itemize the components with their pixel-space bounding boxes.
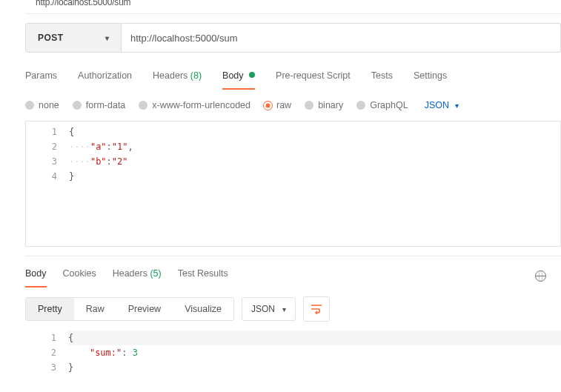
- tab-settings[interactable]: Settings: [414, 66, 447, 90]
- request-tab-bar: Params Authorization Headers (8) Body Pr…: [25, 66, 561, 90]
- radio-icon: [139, 101, 147, 110]
- tab-headers[interactable]: Headers (8): [153, 66, 202, 90]
- view-visualize[interactable]: Visualize: [173, 298, 233, 320]
- response-tab-cookies[interactable]: Cookies: [63, 264, 96, 288]
- body-type-raw[interactable]: raw: [264, 100, 291, 110]
- top-url-fragment: http.//localhost.5000/sum: [25, 0, 561, 7]
- wrap-lines-icon: [311, 304, 322, 314]
- tab-authorization[interactable]: Authorization: [78, 66, 132, 90]
- body-type-binary[interactable]: binary: [305, 100, 343, 110]
- response-tab-headers-label: Headers: [113, 268, 147, 279]
- request-body-editor[interactable]: 1234 { ····"a":"1", ····"b":"2" }: [25, 121, 561, 247]
- radio-icon: [356, 101, 365, 110]
- tab-body-label: Body: [222, 70, 244, 81]
- wrap-lines-button[interactable]: [303, 296, 330, 322]
- chevron-down-icon: ▾: [282, 305, 286, 313]
- http-method-dropdown[interactable]: POST ▾: [25, 23, 122, 53]
- radio-checked-icon: [264, 102, 272, 110]
- tab-headers-count: (8): [190, 70, 202, 81]
- response-format-dropdown[interactable]: JSON ▾: [242, 297, 296, 321]
- body-type-urlencoded[interactable]: x-www-form-urlencoded: [139, 100, 250, 110]
- divider: [25, 13, 561, 14]
- response-tab-headers[interactable]: Headers (5): [113, 264, 162, 288]
- radio-icon: [25, 101, 34, 110]
- line-number-gutter: 1234: [26, 122, 69, 187]
- tab-body[interactable]: Body: [222, 66, 255, 90]
- tab-prerequest-script[interactable]: Pre-request Script: [276, 66, 351, 90]
- network-info-icon[interactable]: [535, 270, 546, 282]
- chevron-down-icon: ▾: [455, 102, 459, 110]
- tab-params[interactable]: Params: [25, 66, 57, 90]
- raw-format-dropdown[interactable]: JSON ▾: [425, 100, 459, 110]
- body-type-none[interactable]: none: [25, 100, 59, 110]
- http-method-label: POST: [38, 33, 99, 43]
- response-tab-body[interactable]: Body: [25, 264, 47, 288]
- chevron-down-icon: ▾: [105, 34, 109, 42]
- response-tab-headers-count: (5): [150, 268, 161, 279]
- line-number-gutter: 123: [25, 328, 68, 378]
- tab-tests[interactable]: Tests: [371, 66, 393, 90]
- request-body-code[interactable]: { ····"a":"1", ····"b":"2" }: [69, 122, 560, 187]
- view-raw[interactable]: Raw: [74, 298, 116, 320]
- radio-icon: [73, 101, 82, 110]
- body-modified-indicator-icon: [249, 72, 255, 78]
- request-url-value: http://localhost:5000/sum: [130, 33, 238, 44]
- raw-format-label: JSON: [425, 100, 449, 110]
- radio-icon: [305, 101, 313, 110]
- body-type-selector: none form-data x-www-form-urlencoded raw…: [25, 100, 561, 110]
- tab-headers-label: Headers: [153, 70, 187, 81]
- body-type-form-data[interactable]: form-data: [73, 100, 126, 110]
- response-tab-bar: Body Cookies Headers (5) Test Results: [25, 264, 561, 288]
- view-preview[interactable]: Preview: [116, 298, 173, 320]
- response-body-editor[interactable]: 123 { "sum:": 3 }: [25, 328, 561, 378]
- response-tab-test-results[interactable]: Test Results: [178, 264, 228, 288]
- body-type-graphql[interactable]: GraphQL: [356, 100, 408, 110]
- response-body-code: { "sum:": 3 }: [68, 328, 561, 378]
- response-view-mode: Pretty Raw Preview Visualize: [25, 297, 234, 321]
- response-format-label: JSON: [251, 304, 275, 314]
- request-url-input[interactable]: http://localhost:5000/sum: [122, 23, 561, 53]
- view-pretty[interactable]: Pretty: [26, 298, 74, 320]
